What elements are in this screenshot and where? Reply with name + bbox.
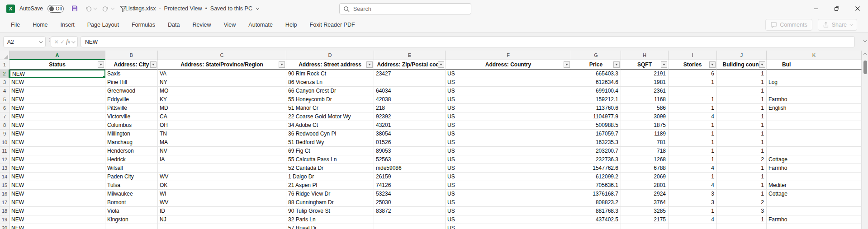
cell-b2[interactable]: Saxis <box>105 70 158 78</box>
cell-i19[interactable]: 4 <box>669 215 717 224</box>
cell-k14[interactable] <box>767 173 862 181</box>
restore-button[interactable] <box>826 0 847 17</box>
name-box-dropdown-icon[interactable] <box>39 39 43 43</box>
cell-b18[interactable]: Viola <box>105 207 158 215</box>
cell-d18[interactable]: 90 Tulip Grove St <box>286 207 374 215</box>
cell-c17[interactable]: WV <box>158 198 286 207</box>
cell-a11[interactable]: NEW <box>9 147 105 155</box>
cell-j5[interactable]: 1 <box>717 95 767 104</box>
cell-c14[interactable]: WV <box>158 173 286 181</box>
cell-j4[interactable]: 1 <box>717 87 767 95</box>
comments-button[interactable]: Comments <box>765 19 812 31</box>
filter-button-sqft[interactable] <box>661 61 667 68</box>
cell-c6[interactable]: MD <box>158 104 286 112</box>
header-cell-country[interactable]: Address: Country <box>446 60 571 70</box>
row-header-3[interactable]: 3 <box>0 78 9 87</box>
header-cell-sqft[interactable]: SQFT <box>621 60 669 70</box>
cell-e18[interactable]: 83872 <box>374 207 446 215</box>
cell-i5[interactable]: 1 <box>669 95 717 104</box>
close-button[interactable] <box>847 0 868 17</box>
cell-b6[interactable]: Pittsville <box>105 104 158 112</box>
cell-i6[interactable]: 1 <box>669 104 717 112</box>
tab-automate[interactable]: Automate <box>242 17 279 33</box>
cell-f12[interactable]: US <box>446 155 571 164</box>
cell-c9[interactable]: TN <box>158 130 286 138</box>
cell-d8[interactable]: 34 Adobe Ct <box>286 121 374 130</box>
cell-f19[interactable]: US <box>446 215 571 224</box>
cell-f6[interactable]: US <box>446 104 571 112</box>
cell-a6[interactable]: NEW <box>9 104 105 112</box>
row-header-10[interactable]: 10 <box>0 138 9 147</box>
row-header-2[interactable]: 2 <box>0 70 9 78</box>
row-header-5[interactable]: 5 <box>0 95 9 104</box>
cell-a12[interactable]: NEW <box>9 155 105 164</box>
cell-c3[interactable]: NY <box>158 78 286 87</box>
cell-f11[interactable]: US <box>446 147 571 155</box>
filter-button-state[interactable] <box>279 61 285 68</box>
cell-j11[interactable]: 1 <box>717 147 767 155</box>
column-header-b[interactable]: B <box>105 51 158 60</box>
cell-c4[interactable]: MO <box>158 87 286 95</box>
column-header-k[interactable]: K <box>767 51 862 60</box>
cell-d7[interactable]: 22 Coarse Gold Motor Wy <box>286 112 374 121</box>
filter-button-price[interactable] <box>613 61 620 68</box>
cell-a20[interactable]: NEW <box>9 224 105 229</box>
cell-k2[interactable] <box>767 70 862 78</box>
row-header-12[interactable]: 12 <box>0 155 9 164</box>
cell-i10[interactable]: 1 <box>669 138 717 147</box>
row-header-19[interactable]: 19 <box>0 215 9 224</box>
cell-g14[interactable]: 612099.2 <box>571 173 621 181</box>
row-header-11[interactable]: 11 <box>0 147 9 155</box>
saved-status-label[interactable]: Saved to this PC <box>210 5 252 12</box>
tab-foxit-reader-pdf[interactable]: Foxit Reader PDF <box>304 17 361 33</box>
cell-e11[interactable]: 89053 <box>374 147 446 155</box>
cell-j18[interactable]: 3 <box>717 207 767 215</box>
cell-d5[interactable]: 55 Honeycomb Dr <box>286 95 374 104</box>
function-dropdown-icon[interactable] <box>71 39 75 43</box>
header-cell-stories[interactable]: Stories <box>669 60 717 70</box>
filter-button-city[interactable] <box>150 61 157 68</box>
insert-function-icon[interactable]: fx <box>66 38 70 45</box>
cell-f13[interactable]: US <box>446 164 571 173</box>
cell-i13[interactable]: 4 <box>669 164 717 173</box>
cell-d14[interactable]: 1 Dalgo Dr <box>286 173 374 181</box>
header-cell-street[interactable]: Address: Street address <box>286 60 374 70</box>
cell-e9[interactable]: 38054 <box>374 130 446 138</box>
tab-page-layout[interactable]: Page Layout <box>81 17 125 33</box>
cell-h8[interactable]: 1875 <box>621 121 669 130</box>
cell-e15[interactable]: 74126 <box>374 181 446 190</box>
cell-a19[interactable]: NEW <box>9 215 105 224</box>
cell-k9[interactable] <box>767 130 862 138</box>
cell-j9[interactable]: 1 <box>717 130 767 138</box>
cell-k16[interactable]: Cottage <box>767 190 862 198</box>
cell-k6[interactable]: English <box>767 104 862 112</box>
autosave-toggle[interactable]: Off <box>47 5 64 13</box>
cell-d2[interactable]: 90 Rim Rock Ct <box>286 70 374 78</box>
column-header-c[interactable]: C <box>158 51 286 60</box>
cell-b9[interactable]: Millington <box>105 130 158 138</box>
cell-e13[interactable]: mde59086 <box>374 164 446 173</box>
cell-f4[interactable]: US <box>446 87 571 95</box>
cell-a9[interactable]: NEW <box>9 130 105 138</box>
cell-h18[interactable]: 3285 <box>621 207 669 215</box>
cell-f14[interactable]: US <box>446 173 571 181</box>
cell-b7[interactable]: Victorville <box>105 112 158 121</box>
cell-g6[interactable]: 113760.6 <box>571 104 621 112</box>
cell-k11[interactable] <box>767 147 862 155</box>
row-header-9[interactable]: 9 <box>0 130 9 138</box>
cell-j14[interactable]: 1 <box>717 173 767 181</box>
cell-a5[interactable]: NEW <box>9 95 105 104</box>
cell-j13[interactable]: 1 <box>717 164 767 173</box>
cell-c11[interactable]: NV <box>158 147 286 155</box>
cell-k8[interactable] <box>767 121 862 130</box>
cell-h14[interactable]: 2069 <box>621 173 669 181</box>
cell-a10[interactable]: NEW <box>9 138 105 147</box>
cell-d17[interactable]: 88 Cunningham Dr <box>286 198 374 207</box>
cell-b19[interactable]: Kingston <box>105 215 158 224</box>
cell-e20[interactable] <box>374 224 446 229</box>
cancel-entry-icon[interactable]: ✕ <box>54 39 59 45</box>
tab-formulas[interactable]: Formulas <box>125 17 161 33</box>
cell-i4[interactable] <box>669 87 717 95</box>
header-cell-zip[interactable]: Address: Zip/Postal code <box>374 60 446 70</box>
cell-g9[interactable]: 167059.7 <box>571 130 621 138</box>
